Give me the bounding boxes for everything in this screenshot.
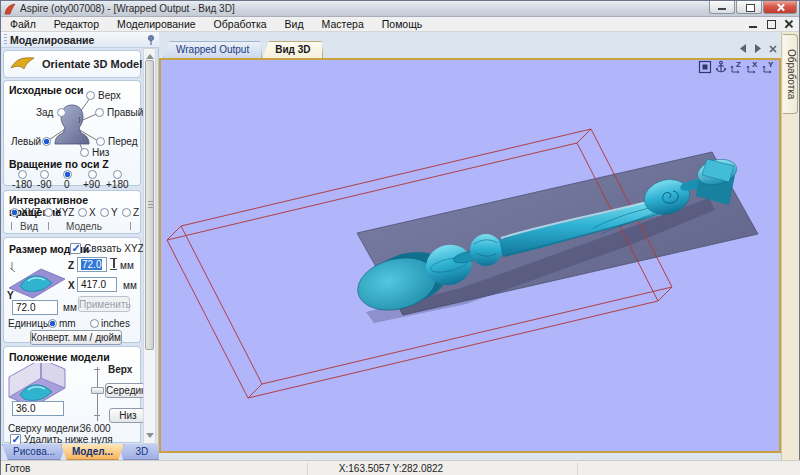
bottom-button[interactable]: Низ — [109, 408, 147, 423]
minimize-button[interactable] — [709, 1, 735, 14]
axes-card: Исходные оси Верх Зад — [3, 80, 141, 186]
slider-bottom-tick — [94, 415, 100, 416]
slider-tick — [130, 222, 131, 230]
orientate-tool-icon — [10, 55, 36, 73]
scroll-down-icon[interactable] — [145, 433, 154, 442]
slider-tick — [48, 222, 49, 230]
rotate-z-label: Z — [133, 207, 139, 218]
axis-front-label: Перед — [108, 136, 138, 147]
link-xyz-checkbox[interactable] — [70, 243, 81, 254]
unit-inches-label: inches — [101, 318, 130, 329]
tab-wrapped-output[interactable]: Wrapped Output — [163, 41, 262, 58]
menu-view[interactable]: Вид — [276, 17, 313, 32]
convert-units-button[interactable]: Конверт. мм / дюйм — [30, 330, 122, 345]
axis-left-radio[interactable] — [42, 137, 51, 146]
panel-scrollbar[interactable] — [143, 48, 156, 444]
rotate-z-radio[interactable] — [122, 208, 131, 217]
slider-top-tick — [94, 369, 100, 370]
axis-top-radio[interactable] — [86, 91, 95, 100]
pin-icon[interactable] — [146, 34, 156, 46]
restore-button[interactable] — [736, 1, 762, 14]
scrollbar-thumb[interactable] — [145, 60, 154, 350]
rotate-minus180-radio[interactable] — [18, 170, 27, 179]
scroll-up-icon[interactable] — [145, 50, 154, 59]
menu-toolpaths[interactable]: Обработка — [205, 17, 276, 32]
rotate-plus180-radio[interactable] — [113, 170, 122, 179]
tab-scroll-left-icon[interactable] — [739, 44, 747, 53]
tab-modeling[interactable]: Модел... — [61, 444, 124, 460]
close-button[interactable] — [763, 1, 797, 14]
axis-right-radio[interactable] — [95, 108, 104, 117]
status-ready: Готов — [5, 463, 30, 474]
tab-scroll-right-icon[interactable] — [754, 44, 762, 53]
view-along-x-icon[interactable]: X — [746, 60, 760, 74]
model-size-preview — [8, 256, 66, 302]
axis-bottom-radio[interactable] — [80, 148, 89, 157]
axis-top-label: Верх — [98, 90, 121, 101]
rotate-0-radio[interactable] — [63, 170, 72, 179]
mdi-restore-icon[interactable] — [765, 18, 777, 30]
tab-drawing[interactable]: Рисова... — [2, 444, 66, 460]
window-title: Aspire (oty007008) - [Wrapped Output - В… — [20, 3, 235, 14]
z-axis-label: Z — [68, 260, 74, 271]
menu-file[interactable]: Файл — [1, 17, 45, 32]
model-position-title: Положение модели — [9, 351, 110, 363]
model-position-card: Положение модели Верх Середина Низ 36.0 — [3, 346, 141, 443]
panel-grip[interactable] — [4, 34, 7, 46]
rotate-label: +90 — [83, 179, 100, 190]
rotate-label: 0 — [64, 179, 70, 190]
axis-left-label: Левый — [11, 136, 41, 147]
view-along-z-icon[interactable]: Z — [730, 60, 744, 74]
position-slider-track[interactable] — [97, 367, 98, 421]
3d-viewport[interactable]: Z X Y — [159, 58, 781, 453]
menu-modeling[interactable]: Моделирование — [108, 17, 205, 32]
mdi-minimize-icon[interactable] — [747, 18, 759, 30]
position-input[interactable]: 36.0 — [12, 401, 64, 416]
statusbar: Готов X:163.5057 Y:282.0822 — [1, 460, 800, 475]
rotate-plus90-radio[interactable] — [88, 170, 97, 179]
slider-model-label: Модель — [66, 221, 102, 232]
3d-scene[interactable] — [161, 60, 779, 451]
rotate-y-radio[interactable] — [100, 208, 109, 217]
view-along-y-icon[interactable]: Y — [762, 60, 776, 74]
x-axis-label: X — [68, 280, 75, 291]
rotate-minus90-radio[interactable] — [40, 170, 49, 179]
axis-back-radio[interactable] — [57, 108, 66, 117]
apply-button[interactable]: Применить — [78, 296, 130, 312]
menu-gadgets[interactable]: Мастера — [313, 17, 373, 32]
tab-close-icon[interactable] — [769, 45, 777, 53]
view-toolbar: Z X Y — [698, 60, 776, 74]
size-y-input[interactable]: 72.0 — [12, 300, 58, 315]
size-x-input[interactable]: 417.0 — [77, 277, 117, 292]
menu-help[interactable]: Помощь — [373, 17, 432, 32]
rotate-xyz-label: XYZ — [21, 207, 40, 218]
document-area: Wrapped Output Вид 3D — [159, 32, 783, 460]
rotate-x-label: X — [89, 207, 96, 218]
axis-front-radio[interactable] — [96, 137, 105, 146]
modeling-panel: Моделирование Orientate 3D Model Исходны… — [1, 32, 159, 460]
rotate-y-label: Y — [111, 207, 118, 218]
size-z-input[interactable]: 72.0 — [77, 257, 107, 272]
model-size-card: Размер модели Связать XYZ Z 72.0 мм X 41… — [3, 237, 141, 343]
position-slider-handle[interactable] — [91, 387, 104, 394]
unit-mm-radio[interactable] — [48, 319, 57, 328]
titlebar[interactable]: Aspire (oty007008) - [Wrapped Output - В… — [1, 1, 799, 17]
rotate-xyz0-radio[interactable] — [44, 208, 53, 217]
axis-right-label: Правый — [107, 107, 143, 118]
rotation-title: Вращение по оси Z — [9, 158, 109, 170]
tab-toolpaths[interactable]: Обработка — [783, 34, 798, 114]
depth-icon — [110, 258, 117, 270]
menu-edit[interactable]: Редактор — [45, 17, 108, 32]
panel-header: Моделирование — [1, 32, 159, 48]
mdi-close-icon[interactable] — [783, 18, 795, 30]
interactive-card: Интерактивное вращение XYZ XYZ X Y Z Вид… — [3, 190, 141, 234]
slider-view-label: Вид — [20, 221, 38, 232]
unit-mm-label: mm — [59, 318, 76, 329]
rotate-xyz-radio[interactable] — [10, 208, 19, 217]
tab-3d-view[interactable]: Вид 3D — [262, 41, 323, 58]
rotate-label: -90 — [37, 179, 51, 190]
rotate-x-radio[interactable] — [78, 208, 87, 217]
anchor-icon[interactable] — [714, 60, 728, 74]
zoom-extents-icon[interactable] — [698, 60, 712, 74]
unit-inches-radio[interactable] — [90, 319, 99, 328]
